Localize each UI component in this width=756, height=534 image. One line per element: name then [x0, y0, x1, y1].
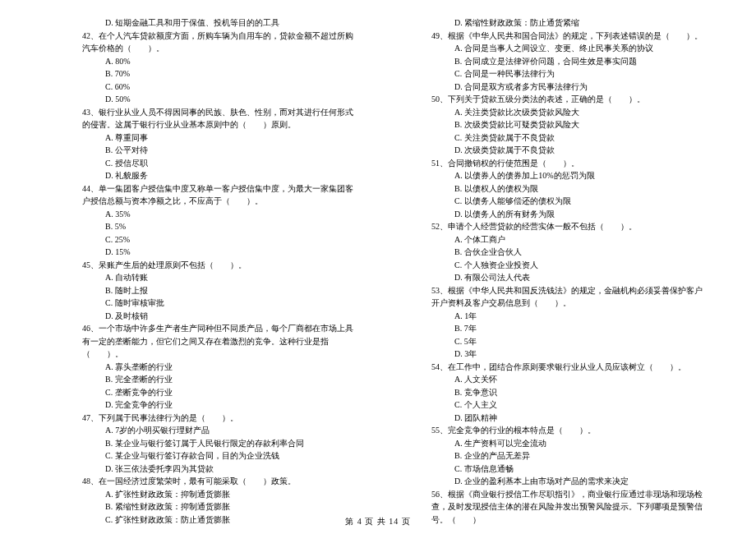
q51: 51、合同撤销权的行使范围是（ ）。: [431, 157, 703, 170]
q47-option: C. 某企业与银行签订存款合同，目的为企业洗钱: [82, 449, 353, 463]
q45-option: C. 随时审核审批: [82, 297, 353, 310]
q45-option: D. 及时核销: [82, 310, 353, 323]
q46-option: D. 完全竞争的行业: [82, 398, 353, 412]
q56: 56、根据《商业银行授信工作尽职指引》，商业银行应通过非现场和现场检查，及时发现…: [431, 488, 703, 527]
q52-option: B. 合伙企业合伙人: [431, 246, 703, 259]
q41-option-d: D. 短期金融工具和用于保值、投机等目的的工具: [82, 16, 353, 30]
q52-option: A. 个体工商户: [431, 233, 703, 246]
q43-option: C. 授信尽职: [82, 157, 353, 170]
q46-option: C. 垄断竞争的行业: [82, 386, 353, 399]
q54-option: D. 团队精神: [431, 412, 703, 425]
q55-option: C. 市场信息通畅: [431, 463, 703, 476]
q54-option: C. 个人主义: [431, 398, 703, 412]
q50-option: C. 关注类贷款属于不良贷款: [431, 131, 703, 145]
q51-option: D. 以债务人的所有财务为限: [431, 208, 703, 221]
q44-option: A. 35%: [82, 208, 353, 221]
q43-option: D. 礼貌服务: [82, 169, 353, 182]
q47-option: A. 7岁的小明买银行理财产品: [82, 424, 353, 437]
q54-option: A. 人文关怀: [431, 373, 703, 386]
q43: 43、银行业从业人员不得因同事的民族、肤色、性别，而对其进行任何形式的侵害。这属…: [82, 106, 353, 131]
q50-option: B. 次级类贷款比可疑类贷款风险大: [431, 118, 703, 131]
q53-option: A. 1年: [431, 310, 703, 323]
q44-option: C. 25%: [82, 233, 353, 246]
q42-option: C. 60%: [82, 81, 353, 94]
q42: 42、在个人汽车贷款额度方面，所购车辆为自用车的，贷款金额不超过所购汽车价格的（…: [82, 30, 353, 55]
q45: 45、呆账产生后的处理原则不包括（ ）。: [82, 259, 353, 272]
q55: 55、完全竞争的行业的根本特点是（ ）。: [431, 424, 703, 437]
q55-option: D. 企业的盈利基本上由市场对产品的需求来决定: [431, 475, 703, 488]
q48-option-d: D. 紧缩性财政政策：防止通货紧缩: [431, 16, 703, 30]
q52-option: C. 个人独资企业投资人: [431, 259, 703, 272]
q48-option: A. 扩张性财政政策：抑制通货膨胀: [82, 488, 353, 501]
q53: 53、根据《中华人民共和国反洗钱法》的规定，金融机构必须妥善保护客户开户资料及客…: [431, 284, 703, 310]
q42-option: D. 50%: [82, 93, 353, 106]
q52: 52、申请个人经营贷款的经营实体一般不包括（ ）。: [431, 220, 703, 233]
q51-option: B. 以债权人的债权为限: [431, 182, 703, 196]
q49-option: B. 合同成立是法律评价问题，合同生效是事实问题: [431, 55, 703, 68]
q54: 54、在工作中，团结合作原则要求银行业从业人员应该树立（ ）。: [431, 361, 703, 374]
q47-option: D. 张三依法委托李四为其贷款: [82, 463, 353, 476]
q50-option: D. 次级类贷款属于不良贷款: [431, 144, 703, 157]
q55-option: B. 企业的产品无差异: [431, 449, 703, 463]
q45-option: A. 自动转账: [82, 271, 353, 284]
q48: 48、在一国经济过度繁荣时，最有可能采取（ ）政策。: [82, 475, 353, 488]
q49-option: C. 合同是一种民事法律行为: [431, 67, 703, 81]
q48-option: C. 扩张性财政政策：防止通货膨胀: [82, 513, 353, 527]
q53-option: B. 7年: [431, 322, 703, 335]
q49-option: D. 合同是双方或者多方民事法律行为: [431, 81, 703, 94]
left-column: D. 短期金融工具和用于保值、投机等目的的工具 42、在个人汽车贷款额度方面，所…: [0, 16, 378, 509]
q44: 44、单一集团客户授信集中度又称单一客户授信集中度，为最大一家集团客户授信总额与…: [82, 182, 353, 208]
q46-option: A. 寡头垄断的行业: [82, 361, 353, 374]
page-content: D. 短期金融工具和用于保值、投机等目的的工具 42、在个人汽车贷款额度方面，所…: [0, 16, 756, 509]
q44-option: B. 5%: [82, 220, 353, 233]
q50: 50、下列关于贷款五级分类法的表述，正确的是（ ）。: [431, 93, 703, 106]
q55-option: A. 生产资料可以完全流动: [431, 437, 703, 450]
q51-option: C. 以债务人能够偿还的债权为限: [431, 195, 703, 208]
q48-option: B. 紧缩性财政政策：抑制通货膨胀: [82, 500, 353, 513]
q45-option: B. 随时上报: [82, 284, 353, 297]
q43-option: B. 公平对待: [82, 144, 353, 157]
q43-option: A. 尊重同事: [82, 131, 353, 145]
q54-option: B. 竞争意识: [431, 386, 703, 399]
q53-option: C. 5年: [431, 335, 703, 348]
q47: 47、下列属于民事法律行为的是（ ）。: [82, 412, 353, 425]
q49: 49、根据《中华人民共和国合同法》的规定，下列表述错误的是（ ）。: [431, 30, 703, 43]
q46-option: B. 完全垄断的行业: [82, 373, 353, 386]
q49-option: A. 合同是当事人之间设立、变更、终止民事关系的协议: [431, 42, 703, 55]
q46: 46、一个市场中许多生产者生产同种但不同质产品，每个厂商都在市场上具有一定的垄断…: [82, 322, 353, 361]
q52-option: D. 有限公司法人代表: [431, 271, 703, 284]
q50-option: A. 关注类贷款比次级类贷款风险大: [431, 106, 703, 119]
q53-option: D. 3年: [431, 348, 703, 361]
q47-option: B. 某企业与银行签订属于人民银行限定的存款利率合同: [82, 437, 353, 450]
q42-option: B. 70%: [82, 67, 353, 81]
q51-option: A. 以债券人的债券加上10%的惩罚为限: [431, 169, 703, 182]
q44-option: D. 15%: [82, 246, 353, 259]
right-column: D. 紧缩性财政政策：防止通货紧缩 49、根据《中华人民共和国合同法》的规定，下…: [378, 16, 756, 509]
q42-option: A. 80%: [82, 55, 353, 68]
